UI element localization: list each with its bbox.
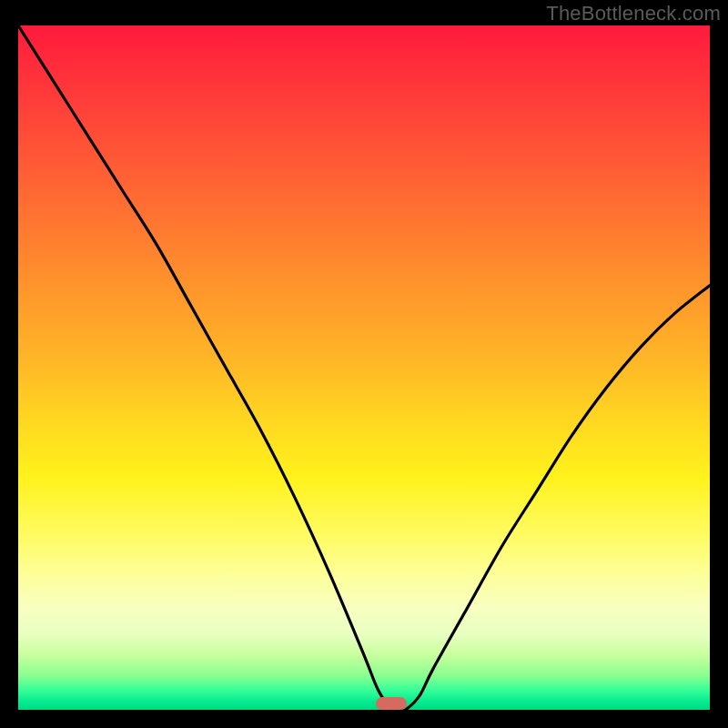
bottleneck-curve (18, 25, 710, 710)
optimum-marker (376, 697, 407, 710)
watermark-text: TheBottleneck.com (546, 2, 721, 25)
chart-frame: TheBottleneck.com (0, 0, 728, 728)
plot-area (18, 25, 710, 710)
